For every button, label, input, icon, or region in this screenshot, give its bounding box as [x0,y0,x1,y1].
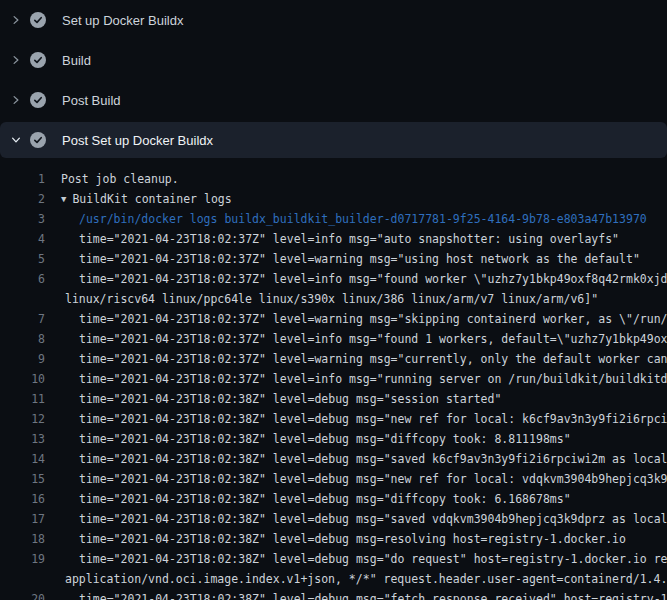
log-text: application/vnd.oci.image.index.v1+json,… [65,572,667,586]
log-line-text: time="2021-04-23T18:02:38Z" level=debug … [79,589,667,600]
log-row: 15time="2021-04-23T18:02:38Z" level=debu… [0,469,667,489]
log-line-number[interactable]: 19 [0,549,45,569]
log-panel: 1Post job cleanup.2▼BuildKit container l… [0,160,667,600]
log-line-number[interactable]: 11 [0,389,45,409]
log-line-number[interactable]: 14 [0,449,45,469]
log-text: time="2021-04-23T18:02:38Z" level=debug … [79,472,667,486]
step-label: Set up Docker Buildx [62,13,183,28]
log-row: 20time="2021-04-23T18:02:38Z" level=debu… [0,589,667,600]
log-line-text: time="2021-04-23T18:02:38Z" level=debug … [79,489,571,509]
log-text: time="2021-04-23T18:02:38Z" level=debug … [79,412,667,426]
log-line-text: time="2021-04-23T18:02:37Z" level=warnin… [79,349,667,369]
log-line-number[interactable]: 8 [0,329,45,349]
log-line-text: time="2021-04-23T18:02:38Z" level=debug … [79,549,667,569]
step-label: Post Set up Docker Buildx [62,133,213,148]
log-line-number[interactable]: 1 [0,169,45,189]
log-row: 5time="2021-04-23T18:02:37Z" level=warni… [0,249,667,269]
log-line-number[interactable]: 4 [0,229,45,249]
log-text: time="2021-04-23T18:02:38Z" level=debug … [79,532,626,546]
log-line-number[interactable]: 18 [0,529,45,549]
log-line-text: application/vnd.oci.image.index.v1+json,… [65,569,667,589]
log-line-number [0,289,45,309]
step-row-build[interactable]: Build [0,40,667,80]
log-line-text: time="2021-04-23T18:02:38Z" level=debug … [79,449,667,469]
check-circle-icon [30,132,46,148]
log-text: time="2021-04-23T18:02:37Z" level=warnin… [79,352,667,366]
log-line-text: time="2021-04-23T18:02:38Z" level=debug … [79,529,626,549]
step-row-post-build[interactable]: Post Build [0,80,667,120]
chevron-right-icon [8,12,24,28]
log-text: time="2021-04-23T18:02:38Z" level=debug … [79,592,667,600]
workflow-steps-list: Set up Docker BuildxBuildPost BuildPost … [0,0,667,158]
log-line-number[interactable]: 16 [0,489,45,509]
log-line-number[interactable]: 10 [0,369,45,389]
log-text: time="2021-04-23T18:02:37Z" level=info m… [79,372,667,386]
log-row: 17time="2021-04-23T18:02:38Z" level=debu… [0,509,667,529]
check-circle-icon [30,92,46,108]
log-text: time="2021-04-23T18:02:37Z" level=info m… [79,332,667,346]
log-row: 10time="2021-04-23T18:02:37Z" level=info… [0,369,667,389]
chevron-right-icon [8,92,24,108]
log-text: time="2021-04-23T18:02:38Z" level=debug … [79,452,667,466]
log-line-text: time="2021-04-23T18:02:38Z" level=debug … [79,469,667,489]
log-text: time="2021-04-23T18:02:38Z" level=debug … [79,432,571,446]
log-line-text: time="2021-04-23T18:02:38Z" level=debug … [79,389,501,409]
log-line-number [0,569,45,589]
log-text: Post job cleanup. [61,172,179,186]
log-line-text[interactable]: ▼BuildKit container logs [61,189,232,209]
check-circle-icon [30,12,46,28]
log-line-number[interactable]: 13 [0,429,45,449]
log-text: time="2021-04-23T18:02:38Z" level=debug … [79,552,667,566]
log-row: linux/riscv64 linux/ppc64le linux/s390x … [0,289,667,309]
check-circle-icon [30,52,46,68]
log-line-text: time="2021-04-23T18:02:38Z" level=debug … [79,429,571,449]
log-line-text: time="2021-04-23T18:02:37Z" level=warnin… [79,309,667,329]
log-row: 6time="2021-04-23T18:02:37Z" level=info … [0,269,667,289]
log-line-number[interactable]: 17 [0,509,45,529]
log-line-text: time="2021-04-23T18:02:37Z" level=warnin… [79,249,640,269]
log-row: 2▼BuildKit container logs [0,189,667,209]
log-line-number[interactable]: 15 [0,469,45,489]
log-row: 12time="2021-04-23T18:02:38Z" level=debu… [0,409,667,429]
log-row: 7time="2021-04-23T18:02:37Z" level=warni… [0,309,667,329]
log-row: 19time="2021-04-23T18:02:38Z" level=debu… [0,549,667,569]
log-row: 1Post job cleanup. [0,169,667,189]
step-label: Post Build [62,93,121,108]
log-line-number[interactable]: 12 [0,409,45,429]
log-row: 4time="2021-04-23T18:02:37Z" level=info … [0,229,667,249]
log-command-text: /usr/bin/docker logs buildx_buildkit_bui… [79,209,647,229]
log-text: time="2021-04-23T18:02:38Z" level=debug … [79,492,571,506]
step-label: Build [62,53,91,68]
chevron-right-icon [8,52,24,68]
log-line-number[interactable]: 7 [0,309,45,329]
log-text: time="2021-04-23T18:02:37Z" level=warnin… [79,312,667,326]
log-text: time="2021-04-23T18:02:37Z" level=warnin… [79,252,640,266]
log-row: 9time="2021-04-23T18:02:37Z" level=warni… [0,349,667,369]
log-line-text: time="2021-04-23T18:02:37Z" level=info m… [79,369,667,389]
log-line-text: time="2021-04-23T18:02:37Z" level=info m… [79,329,667,349]
log-line-text: time="2021-04-23T18:02:38Z" level=debug … [79,409,667,429]
log-text: time="2021-04-23T18:02:38Z" level=debug … [79,392,501,406]
step-row-set-up-docker-buildx[interactable]: Set up Docker Buildx [0,0,667,40]
log-line-number[interactable]: 3 [0,209,45,229]
log-text: time="2021-04-23T18:02:37Z" level=info m… [79,232,619,246]
log-row: 8time="2021-04-23T18:02:37Z" level=info … [0,329,667,349]
log-line-number[interactable]: 20 [0,589,45,600]
log-row: 11time="2021-04-23T18:02:38Z" level=debu… [0,389,667,409]
log-row: 13time="2021-04-23T18:02:38Z" level=debu… [0,429,667,449]
log-row: application/vnd.oci.image.index.v1+json,… [0,569,667,589]
log-line-number[interactable]: 6 [0,269,45,289]
log-line-number[interactable]: 2 [0,189,45,209]
log-text: time="2021-04-23T18:02:38Z" level=debug … [79,512,667,526]
log-line-number[interactable]: 5 [0,249,45,269]
log-row: 16time="2021-04-23T18:02:38Z" level=debu… [0,489,667,509]
collapse-triangle-icon[interactable]: ▼ [61,189,66,209]
log-text: linux/riscv64 linux/ppc64le linux/s390x … [65,292,598,306]
log-line-text: time="2021-04-23T18:02:37Z" level=info m… [79,269,667,289]
log-text: /usr/bin/docker logs buildx_buildkit_bui… [79,212,647,226]
log-line-text: Post job cleanup. [61,169,179,189]
log-row: 14time="2021-04-23T18:02:38Z" level=debu… [0,449,667,469]
step-row-post-set-up-docker-buildx[interactable]: Post Set up Docker Buildx [0,122,667,158]
log-line-number[interactable]: 9 [0,349,45,369]
log-line-text: time="2021-04-23T18:02:37Z" level=info m… [79,229,619,249]
